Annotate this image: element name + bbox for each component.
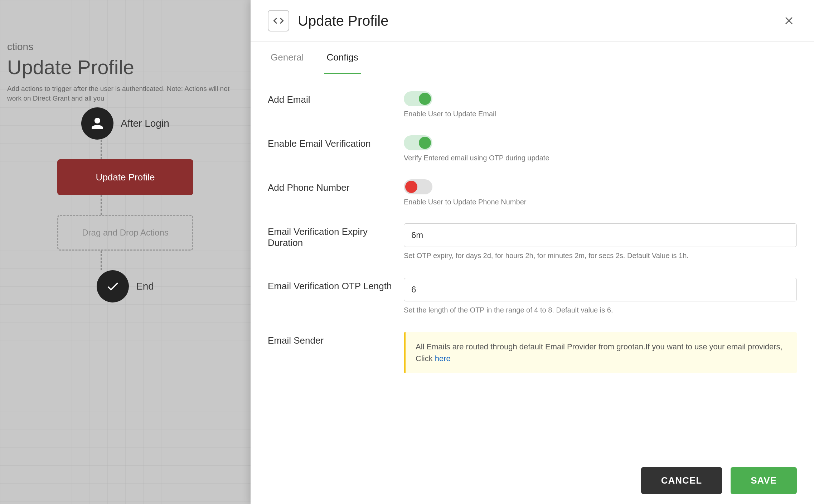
enable-email-verification-control: Verify Entered email using OTP during up… — [404, 135, 797, 162]
add-phone-number-toggle[interactable] — [404, 179, 432, 194]
background-title: Update Profile — [7, 55, 134, 79]
tab-general[interactable]: General — [268, 42, 307, 74]
drag-drop-block: Drag and Drop Actions — [57, 215, 193, 251]
expiry-duration-control: Set OTP expiry, for days 2d, for hours 2… — [404, 223, 797, 261]
panel-footer: CANCEL SAVE — [251, 457, 814, 504]
panel-header: Update Profile — [251, 0, 814, 42]
enable-email-verification-label: Enable Email Verification — [268, 135, 404, 149]
expiry-duration-hint: Set OTP expiry, for days 2d, for hours 2… — [404, 251, 797, 261]
email-sender-alert-text: All Emails are routed through default Em… — [416, 342, 782, 363]
expiry-duration-label: Email Verification Expiry Duration — [268, 223, 404, 248]
expiry-duration-row: Email Verification Expiry Duration Set O… — [268, 223, 797, 261]
otp-length-row: Email Verification OTP Length Set the le… — [268, 278, 797, 315]
email-sender-label: Email Sender — [268, 332, 404, 346]
otp-length-hint: Set the length of the OTP in the range o… — [404, 305, 797, 315]
email-sender-link[interactable]: here — [435, 354, 451, 363]
add-email-control: Enable User to Update Email — [404, 91, 797, 118]
after-login-node: After Login — [81, 107, 169, 140]
otp-length-input[interactable] — [404, 278, 797, 301]
panel-title: Update Profile — [298, 13, 797, 29]
update-profile-block: Update Profile — [57, 159, 193, 195]
add-phone-number-label: Add Phone Number — [268, 179, 404, 193]
cancel-button[interactable]: CANCEL — [641, 467, 722, 494]
tab-configs[interactable]: Configs — [324, 42, 361, 74]
after-login-circle — [81, 107, 113, 140]
code-icon-button[interactable] — [268, 10, 289, 32]
add-email-label: Add Email — [268, 91, 404, 105]
email-sender-alert: All Emails are routed through default Em… — [404, 332, 797, 373]
otp-length-control: Set the length of the OTP in the range o… — [404, 278, 797, 315]
expiry-duration-input[interactable] — [404, 223, 797, 247]
email-sender-control: All Emails are routed through default Em… — [404, 332, 797, 373]
email-sender-row: Email Sender All Emails are routed throu… — [268, 332, 797, 373]
connector-1 — [101, 140, 102, 159]
panel-body: Add Email Enable User to Update Email En… — [251, 74, 814, 457]
add-email-row: Add Email Enable User to Update Email — [268, 91, 797, 118]
add-phone-number-row: Add Phone Number Enable User to Update P… — [268, 179, 797, 206]
add-email-hint: Enable User to Update Email — [404, 110, 797, 118]
enable-email-verification-toggle[interactable] — [404, 135, 432, 150]
end-label: End — [136, 281, 154, 292]
enable-email-verification-hint: Verify Entered email using OTP during up… — [404, 154, 797, 162]
config-panel: Update Profile General Configs Add Email… — [251, 0, 814, 504]
add-phone-number-hint: Enable User to Update Phone Number — [404, 198, 797, 206]
tabs-container: General Configs — [251, 42, 814, 74]
connector-3 — [101, 251, 102, 270]
flow-diagram: After Login Update Profile Drag and Drop… — [57, 107, 193, 302]
after-login-label: After Login — [121, 118, 169, 129]
otp-length-label: Email Verification OTP Length — [268, 278, 404, 292]
add-email-toggle[interactable] — [404, 91, 432, 106]
end-node: End — [97, 270, 154, 302]
enable-email-verification-row: Enable Email Verification Verify Entered… — [268, 135, 797, 162]
connector-2 — [101, 195, 102, 215]
background-subtitle: Add actions to trigger after the user is… — [7, 84, 243, 103]
close-button[interactable] — [781, 13, 797, 29]
add-phone-number-control: Enable User to Update Phone Number — [404, 179, 797, 206]
actions-breadcrumb: ctions — [7, 41, 33, 53]
end-circle — [97, 270, 129, 302]
save-button[interactable]: SAVE — [731, 467, 797, 494]
background-panel: ctions Update Profile Add actions to tri… — [0, 0, 251, 504]
